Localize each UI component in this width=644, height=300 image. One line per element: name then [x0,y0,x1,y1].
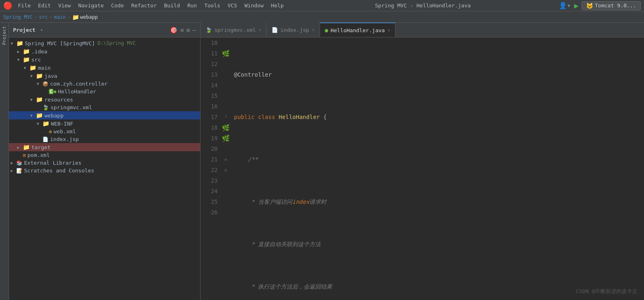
gutter-spring-11: 🌿 [222,50,230,57]
tab-hellohandler-label: HelloHandler.java [331,27,385,33]
side-tab-project[interactable]: Project [1,24,8,46]
java-folder-icon: 📁 [36,73,43,79]
window-title: Spring MVC - HelloHandler.java [288,2,558,9]
indexjsp-icon: 📄 [42,137,49,142]
java-arrow [30,74,36,78]
tree-indexjsp[interactable]: 📄 index.jsp [9,135,200,143]
idea-label: .idea [31,49,47,55]
locate-icon[interactable]: 🎯 [170,26,178,34]
breadcrumb-sep-2: › [67,14,70,20]
webapp-label: webapp [44,112,64,119]
extlibs-arrow [11,161,16,165]
tree-extlibs[interactable]: 📚 External Libraries [9,159,200,167]
tab-hellohandler-close[interactable]: ✕ [387,27,390,33]
code-editor[interactable]: 10 11 12 13 14 15 16 17 18 19 20 21 22 2… [201,38,644,300]
tree-controller-pkg[interactable]: 📦 com.zyh.controller [9,80,200,88]
indexjsp-label: index.jsp [50,136,79,142]
code-content[interactable]: @Controller public class HelloHandler { … [231,38,644,300]
collapse-all-icon[interactable]: ≡ [180,26,184,34]
webxml-icon: ⚙ [49,129,52,135]
gutter-spring-18: 🌿 [222,124,230,132]
gutter-fold-17: └ [225,115,227,120]
gutter-fold-21: ⊖ [225,157,227,162]
tab-indexjsp[interactable]: 📄 index.jsp ✕ [267,22,320,37]
main-arrow [24,66,29,70]
tree-hellohandler[interactable]: C ● HelloHandler [9,88,200,95]
menu-window[interactable]: Window [241,2,267,9]
menu-edit[interactable]: Edit [35,2,54,9]
menu-tools[interactable]: Tools [201,2,223,9]
src-folder-icon: 📁 [23,56,30,63]
menu-refactor[interactable]: Refactor [128,2,160,9]
panel-icons: 🎯 ≡ ⚙ — [170,26,196,34]
tree-resources[interactable]: 📁 resources [9,95,200,104]
editor-area: 🍃 springmvc.xml ✕ 📄 index.jsp ✕ ● HelloH… [201,23,644,300]
webinf-folder-icon: 📁 [42,120,49,127]
code-line-13: * 当客户端访问index请求时 [234,196,641,207]
watermark: CSDN @不断前进的皮卡丘 [576,288,637,295]
tab-springmvc-close[interactable]: ✕ [258,27,261,33]
src-arrow [17,57,23,62]
menu-bar: 🔴 File Edit View Navigate Code Refactor … [0,0,644,11]
settings-icon[interactable]: ⚙ [186,26,190,34]
tomcat-icon: 🐱 [586,2,593,9]
tree-webapp[interactable]: 📁 webapp [9,111,200,119]
menu-run[interactable]: Run [184,2,200,9]
tree-idea[interactable]: 📁 .idea [9,47,200,55]
account-icon[interactable]: 👤▾ [559,2,571,9]
src-label: src [31,57,41,63]
tree-root[interactable]: 📁 Spring MVC [SpringMVC] D:\Spring MVC [9,39,200,47]
breadcrumb-item-2[interactable]: main [54,14,66,20]
menu-vcs[interactable]: VCS [224,2,240,9]
menu-navigate[interactable]: Navigate [75,2,107,9]
webapp-arrow [30,113,36,118]
gutter-fold-22: ⊖ [225,168,227,173]
project-dropdown-arrow[interactable]: ▾ [40,27,43,33]
tomcat-label: Tomcat 9.0... [595,2,636,9]
tab-springmvc-xml[interactable]: 🍃 springmvc.xml ✕ [201,22,267,37]
package-icon: 📦 [42,81,49,87]
tree-target[interactable]: 📁 target [9,143,200,151]
tree-src[interactable]: 📁 src [9,55,200,64]
line-numbers: 10 11 12 13 14 15 16 17 18 19 20 21 22 2… [201,38,221,300]
tree-webxml[interactable]: ⚙ web.xml [9,128,200,135]
tree-pomxml[interactable]: m pom.xml [9,151,200,159]
tree-scratches[interactable]: 📝 Scratches and Consoles [9,167,200,174]
resources-folder-icon: 📁 [36,96,43,103]
tab-hellohandler[interactable]: ● HelloHandler.java ✕ [320,22,396,37]
breadcrumb-sep-1: › [49,14,52,20]
tree-java[interactable]: 📁 java [9,72,200,80]
project-panel-header: Project ▾ 🎯 ≡ ⚙ — [9,23,200,38]
tab-indexjsp-close[interactable]: ✕ [311,27,314,33]
menu-code[interactable]: Code [108,2,127,9]
controller-label: com.zyh.controller [50,81,108,87]
pomxml-label: pom.xml [27,152,50,158]
breadcrumb-item-1[interactable]: src [39,14,48,20]
menu-build[interactable]: Build [161,2,183,9]
app-logo: 🔴 [3,1,12,10]
springmvc-xml-label: springmvc.xml [51,104,92,110]
pomxml-icon: m [23,152,26,158]
extlibs-label: External Libraries [24,160,82,166]
tree-main[interactable]: 📁 main [9,64,200,72]
menu-file[interactable]: File [15,2,34,9]
tomcat-button[interactable]: 🐱 Tomcat 9.0... [582,1,641,10]
menu-view[interactable]: View [55,2,74,9]
tab-bar: 🍃 springmvc.xml ✕ 📄 index.jsp ✕ ● HelloH… [201,23,644,38]
run-green-icon[interactable]: ▶ [574,1,578,10]
tab-springmvc-label: springmvc.xml [214,27,256,33]
hellohandler-icon: C ● [49,89,56,94]
target-label: target [31,144,51,150]
project-panel: Project ▾ 🎯 ≡ ⚙ — 📁 Spring MVC [SpringMV… [9,23,201,300]
breadcrumb-item-0[interactable]: Spring MVC [3,14,33,20]
springmvc-xml-icon: 🍃 [42,104,49,110]
close-panel-icon[interactable]: — [192,26,196,34]
tab-indexjsp-label: index.jsp [280,27,309,33]
tab-springmvc-icon: 🍃 [205,27,212,33]
tree-webinf[interactable]: 📁 WEB-INF [9,119,200,128]
breadcrumb-item-3[interactable]: 📁webapp [72,14,98,20]
code-line-11: public class HelloHandler { [234,112,641,122]
tree-springmvc-xml[interactable]: 🍃 springmvc.xml [9,104,200,111]
menu-right-actions: 👤▾ ▶ 🐱 Tomcat 9.0... [559,1,641,10]
menu-help[interactable]: Help [268,2,287,9]
